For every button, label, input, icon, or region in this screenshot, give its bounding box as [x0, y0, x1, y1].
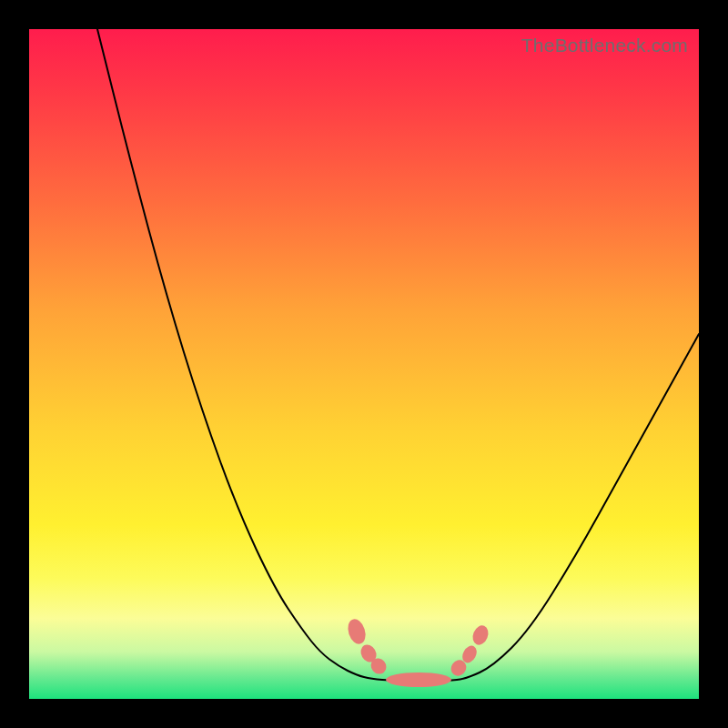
curve-marker: [386, 672, 451, 687]
curve-marker: [345, 617, 369, 646]
bottleneck-curve: [97, 29, 699, 681]
chart-frame: TheBottleneck.com: [0, 0, 728, 728]
curve-marker: [470, 623, 490, 647]
chart-svg: [29, 29, 699, 699]
plot-area: TheBottleneck.com: [29, 29, 699, 699]
watermark-text: TheBottleneck.com: [521, 35, 688, 56]
